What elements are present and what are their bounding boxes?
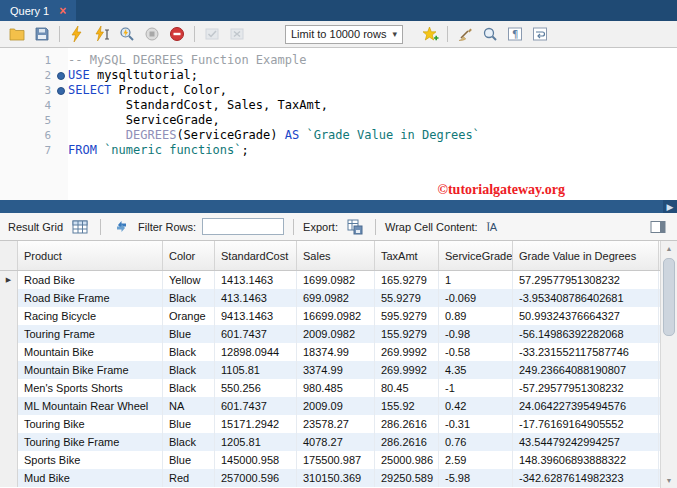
commit-icon[interactable] [201, 24, 223, 45]
editor-horizontal-scrollbar[interactable]: ▶ [0, 200, 677, 213]
grid-cell[interactable]: 3374.99 [297, 361, 375, 379]
grid-cell[interactable]: Black [163, 379, 215, 397]
grid-cell[interactable]: 1699.0982 [297, 271, 375, 289]
grid-cell[interactable]: 25000.986 [375, 451, 439, 469]
beautify-broom-icon[interactable] [454, 24, 476, 45]
find-icon[interactable] [479, 24, 501, 45]
grid-cell[interactable]: 286.2616 [375, 415, 439, 433]
grid-cell[interactable]: 601.7437 [215, 325, 297, 343]
code-line[interactable]: SELECT Product, Color, [68, 83, 677, 98]
grid-cell[interactable]: 50.99324376664327 [513, 307, 659, 325]
grid-cell[interactable]: Road Bike [18, 271, 163, 289]
grid-cell[interactable]: -3.953408786402681 [513, 289, 659, 307]
grid-cell[interactable]: -33.231552117587746 [513, 343, 659, 361]
grid-cell[interactable]: 0.42 [439, 397, 513, 415]
grid-cell[interactable]: Touring Bike [18, 415, 163, 433]
grid-cell[interactable]: 413.1463 [215, 289, 297, 307]
grid-cell[interactable]: -5.98 [439, 469, 513, 487]
grid-cell[interactable]: 24.064227395494576 [513, 397, 659, 415]
grid-cell[interactable]: Black [163, 433, 215, 451]
column-header[interactable]: Grade Value in Degrees [513, 241, 659, 270]
grid-cell[interactable]: -17.76169164905552 [513, 415, 659, 433]
scrollbar-thumb[interactable] [663, 258, 675, 336]
grid-cell[interactable]: 155.9279 [375, 325, 439, 343]
grid-cell[interactable]: -0.98 [439, 325, 513, 343]
wrap-cell-content-icon[interactable]: ĪA [484, 220, 500, 234]
sql-editor[interactable]: 1234567 -- MySQL DEGREES Function Exampl… [0, 48, 677, 200]
grid-cell[interactable]: -1 [439, 379, 513, 397]
grid-cell[interactable]: Yellow [163, 271, 215, 289]
grid-cell[interactable]: Blue [163, 451, 215, 469]
grid-cell[interactable]: 9413.1463 [215, 307, 297, 325]
grid-cell[interactable]: 15171.2942 [215, 415, 297, 433]
table-row[interactable]: ML Mountain Rear WheelNA601.74372009.091… [0, 397, 660, 415]
grid-cell[interactable]: 55.9279 [375, 289, 439, 307]
code-line[interactable]: FROM `numeric functions`; [68, 143, 677, 158]
stop-icon[interactable] [141, 24, 163, 45]
grid-cell[interactable]: 601.7437 [215, 397, 297, 415]
export-icon[interactable] [344, 216, 366, 237]
wrap-text-icon[interactable] [529, 24, 551, 45]
grid-cell[interactable]: Red [163, 469, 215, 487]
grid-cell[interactable]: Mud Bike [18, 469, 163, 487]
grid-cell[interactable]: 2009.09 [297, 397, 375, 415]
column-header[interactable]: Product [18, 241, 163, 270]
grid-cell[interactable]: 43.54479242994257 [513, 433, 659, 451]
scroll-right-arrow-icon[interactable]: ▶ [663, 200, 677, 213]
refresh-arrows-icon[interactable] [110, 216, 132, 237]
open-file-icon[interactable] [6, 24, 28, 45]
table-row[interactable]: Touring BikeBlue15171.294223578.27286.26… [0, 415, 660, 433]
grid-cell[interactable]: Touring Bike Frame [18, 433, 163, 451]
table-row[interactable]: Sports BikeBlue145000.958175500.98725000… [0, 451, 660, 469]
result-grid-icon[interactable] [69, 216, 91, 237]
table-row[interactable]: ▶Road BikeYellow1413.14631699.0982165.92… [0, 271, 660, 289]
close-tab-icon[interactable]: × [59, 5, 66, 17]
grid-cell[interactable]: 1413.1463 [215, 271, 297, 289]
grid-cell[interactable]: 980.485 [297, 379, 375, 397]
code-line[interactable]: DEGREES(ServiceGrade) AS `Grade Value in… [68, 128, 677, 143]
grid-cell[interactable]: Sports Bike [18, 451, 163, 469]
grid-cell[interactable]: 269.9992 [375, 361, 439, 379]
grid-cell[interactable]: 550.256 [215, 379, 297, 397]
grid-cell[interactable]: -57.29577951308232 [513, 379, 659, 397]
table-row[interactable]: Road Bike FrameBlack413.1463699.098255.9… [0, 289, 660, 307]
table-row[interactable]: Mud BikeRed257000.596310150.36929250.589… [0, 469, 660, 487]
grid-cell[interactable]: 2.59 [439, 451, 513, 469]
grid-cell[interactable]: Black [163, 289, 215, 307]
filter-rows-input[interactable] [202, 218, 284, 235]
grid-cell[interactable]: 257000.596 [215, 469, 297, 487]
grid-cell[interactable]: 0.76 [439, 433, 513, 451]
grid-cell[interactable]: 286.2616 [375, 433, 439, 451]
table-row[interactable]: Racing BicycleOrange9413.146316699.09825… [0, 307, 660, 325]
grid-cell[interactable]: Racing Bicycle [18, 307, 163, 325]
grid-cell[interactable]: 16699.0982 [297, 307, 375, 325]
panel-toggle-icon[interactable] [647, 216, 669, 237]
grid-cell[interactable]: Touring Frame [18, 325, 163, 343]
code-line[interactable]: ServiceGrade, [68, 113, 677, 128]
explain-icon[interactable] [116, 24, 138, 45]
grid-cell[interactable]: 12898.0944 [215, 343, 297, 361]
grid-cell[interactable]: 23578.27 [297, 415, 375, 433]
grid-cell[interactable]: 595.9279 [375, 307, 439, 325]
grid-vertical-scrollbar[interactable]: ▲ ▼ [660, 241, 677, 488]
grid-cell[interactable]: 249.23664088190807 [513, 361, 659, 379]
table-row[interactable]: Mountain BikeBlack12898.094418374.99269.… [0, 343, 660, 361]
grid-cell[interactable]: Mountain Bike Frame [18, 361, 163, 379]
code-line[interactable]: -- MySQL DEGREES Function Example [68, 53, 677, 68]
grid-cell[interactable]: 4.35 [439, 361, 513, 379]
grid-cell[interactable]: Black [163, 343, 215, 361]
column-header[interactable]: TaxAmt [375, 241, 439, 270]
grid-cell[interactable]: -56.14986392282068 [513, 325, 659, 343]
grid-cell[interactable]: 29250.589 [375, 469, 439, 487]
execute-current-statement-icon[interactable] [91, 24, 113, 45]
grid-cell[interactable]: 175500.987 [297, 451, 375, 469]
grid-cell[interactable]: Blue [163, 325, 215, 343]
grid-cell[interactable]: 1205.81 [215, 433, 297, 451]
grid-cell[interactable]: 80.45 [375, 379, 439, 397]
grid-cell[interactable]: Road Bike Frame [18, 289, 163, 307]
grid-cell[interactable]: Mountain Bike [18, 343, 163, 361]
execute-icon[interactable] [66, 24, 88, 45]
grid-cell[interactable]: 165.9279 [375, 271, 439, 289]
table-row[interactable]: Mountain Bike FrameBlack1105.813374.9926… [0, 361, 660, 379]
grid-cell[interactable]: 0.89 [439, 307, 513, 325]
